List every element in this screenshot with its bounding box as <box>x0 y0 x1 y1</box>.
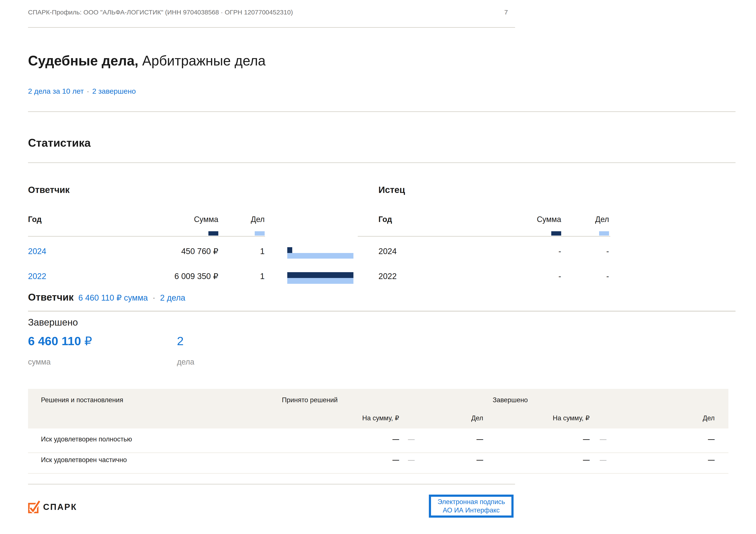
page-title-primary: Судебные дела, <box>28 53 138 68</box>
page-title: Судебные дела, Арбитражные дела <box>28 53 265 69</box>
electronic-signature-stamp[interactable]: Электронная подпись АО ИА Интерфакс <box>429 495 514 518</box>
plaintiff-cases-value: - <box>606 272 609 281</box>
defendant-col-cases: Дел <box>251 215 265 224</box>
defendant-col-year: Год <box>28 215 41 224</box>
cases-summary-links: 2 дела за 10 лет · 2 завершено <box>28 87 136 95</box>
plaintiff-col-cases: Дел <box>595 215 609 224</box>
decision-value-secondary: — <box>408 456 415 464</box>
plaintiff-header-rule <box>358 236 610 237</box>
plaintiff-year: 2022 <box>378 272 397 281</box>
decision-row-label: Иск удовлетворен полностью <box>41 435 132 443</box>
plaintiff-col-sum: Сумма <box>537 215 561 224</box>
finished-cases-link[interactable]: 2 завершено <box>92 87 136 95</box>
defendant-summary: Ответчик 6 460 110 ₽ сумма · 2 дела <box>28 292 185 303</box>
spark-logo-text: СПАРК <box>43 502 77 512</box>
dot-separator: · <box>87 87 89 95</box>
decisions-table-header-band <box>28 389 728 428</box>
report-page: СПАРК-Профиль: ООО "АЛЬФА-ЛОГИСТИК" (ИНН… <box>0 0 756 534</box>
plaintiff-year: 2024 <box>378 247 397 256</box>
spark-logo: СПАРК <box>28 500 77 514</box>
cases-bar-2022 <box>287 278 353 284</box>
decisions-group-finished: Завершено <box>493 396 528 404</box>
spark-checkbox-icon <box>28 500 40 514</box>
cases-bar-2024 <box>287 253 353 259</box>
decision-value-secondary: — <box>600 435 607 443</box>
summary-divider <box>28 311 736 312</box>
plaintiff-sum-value: - <box>558 247 561 256</box>
legend-swatch-cases <box>255 231 265 236</box>
defendant-year-link[interactable]: 2024 <box>28 247 46 256</box>
finished-cases-value: 2 <box>177 334 184 348</box>
decisions-sub-sum-finished: На сумму, ₽ <box>553 414 590 422</box>
decision-value-secondary: — <box>600 456 607 464</box>
page-title-secondary: Арбитражные дела <box>138 53 265 68</box>
decision-value: — <box>392 435 399 443</box>
sum-bar-2024 <box>287 247 292 253</box>
defendant-cases-value: 1 <box>260 272 265 281</box>
decisions-sub-sum-accepted: На сумму, ₽ <box>362 414 399 422</box>
decisions-sub-cases-finished: Дел <box>703 414 715 422</box>
defendant-cases-value: 1 <box>260 247 265 256</box>
ruble-sign: ₽ <box>85 334 92 348</box>
decision-value-secondary: — <box>408 435 415 443</box>
decision-value: — <box>476 456 483 464</box>
decisions-group-accepted: Принято решений <box>282 396 338 404</box>
signature-line1: Электронная подпись <box>438 498 505 506</box>
finished-sum-value: 6 460 110 ₽ <box>28 334 92 348</box>
defendant-total-sum-link[interactable]: 6 460 110 ₽ сумма <box>78 293 148 303</box>
legend-swatch-cases <box>599 231 609 236</box>
defendant-sum-value: 450 760 ₽ <box>181 247 218 256</box>
document-header-title: СПАРК-Профиль: ООО "АЛЬФА-ЛОГИСТИК" (ИНН… <box>28 9 293 16</box>
decisions-title: Решения и постановления <box>41 396 123 404</box>
signature-line2: АО ИА Интерфакс <box>443 506 500 515</box>
decision-value: — <box>392 456 399 464</box>
page-number: 7 <box>504 9 508 16</box>
defendant-sum-value: 6 009 350 ₽ <box>174 272 218 281</box>
decision-value: — <box>583 435 590 443</box>
defendant-table-title: Ответчик <box>28 185 69 195</box>
dot-separator: · <box>152 293 155 303</box>
statistics-heading: Статистика <box>28 137 91 149</box>
plaintiff-cases-value: - <box>606 247 609 256</box>
legend-swatch-sum <box>551 231 561 236</box>
decision-value: — <box>476 435 483 443</box>
total-cases-link[interactable]: 2 дела за 10 лет <box>28 87 84 95</box>
section-divider <box>28 111 736 112</box>
decision-value: — <box>583 456 590 464</box>
finished-sum-number: 6 460 110 <box>28 334 81 348</box>
finished-sum-caption: сумма <box>28 357 51 366</box>
decisions-sub-cases-accepted: Дел <box>471 414 483 422</box>
plaintiff-col-year: Год <box>378 215 392 224</box>
finished-label: Завершено <box>28 317 78 328</box>
legend-swatch-sum <box>208 231 218 236</box>
footer-divider <box>28 484 515 484</box>
decision-table-bottom-rule <box>28 473 728 474</box>
decision-value: — <box>708 435 715 443</box>
decision-row-divider <box>28 452 728 453</box>
plaintiff-sum-value: - <box>558 272 561 281</box>
statistics-divider <box>28 162 736 163</box>
defendant-year-link[interactable]: 2022 <box>28 272 46 281</box>
defendant-header-rule <box>28 236 265 237</box>
header-divider <box>28 27 515 28</box>
defendant-summary-label: Ответчик <box>28 292 74 303</box>
decision-value: — <box>708 456 715 464</box>
sum-bar-2022 <box>287 272 353 278</box>
cases-bar-chart <box>287 247 353 284</box>
plaintiff-table-title: Истец <box>378 185 405 195</box>
defendant-total-cases-link[interactable]: 2 дела <box>160 293 185 303</box>
finished-cases-caption: дела <box>177 357 194 366</box>
defendant-col-sum: Сумма <box>194 215 218 224</box>
decision-row-label: Иск удовлетворен частично <box>41 456 127 464</box>
